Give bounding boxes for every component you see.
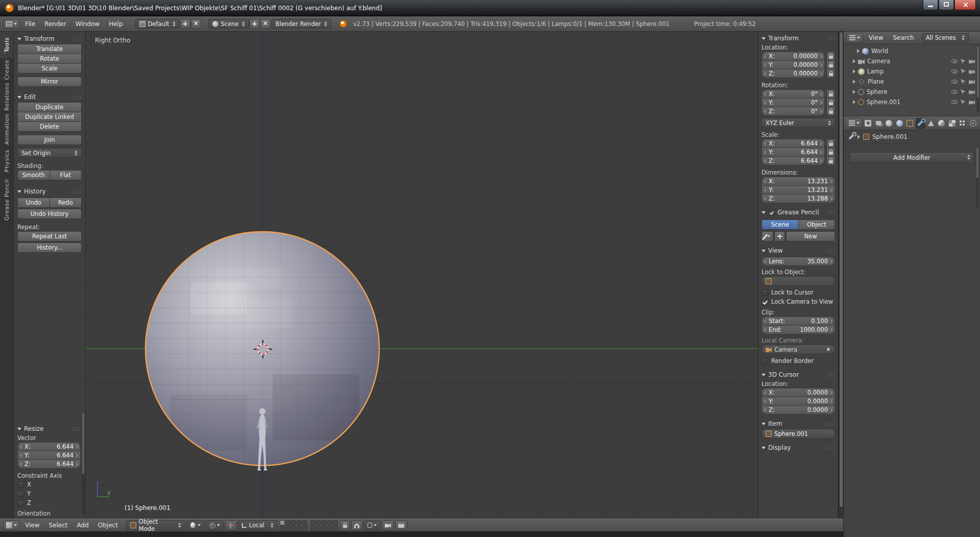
layer-cell[interactable] bbox=[327, 520, 332, 525]
layer-cell[interactable] bbox=[322, 520, 327, 525]
lock-scale-x-button[interactable] bbox=[826, 139, 835, 148]
toggle-selectable-icon[interactable] bbox=[961, 59, 966, 64]
viewport-3d[interactable]: Right Ortho (1) Sphere.001 y bbox=[86, 32, 758, 519]
increment-icon[interactable] bbox=[75, 462, 78, 466]
increment-icon[interactable] bbox=[819, 92, 822, 96]
layer-cell[interactable] bbox=[291, 520, 296, 525]
shelf-tab-relations[interactable]: Relations bbox=[0, 82, 13, 112]
toggle-visibility-icon[interactable] bbox=[951, 100, 958, 104]
decrement-icon[interactable] bbox=[764, 63, 768, 67]
shade-flat-button[interactable]: Flat bbox=[50, 170, 82, 180]
panel-grip-icon[interactable] bbox=[826, 373, 835, 377]
view-panel-header[interactable]: View bbox=[762, 246, 835, 256]
expand-icon[interactable] bbox=[857, 49, 860, 53]
layer-cell[interactable] bbox=[316, 520, 321, 525]
toggle-visibility-icon[interactable] bbox=[951, 80, 958, 84]
maximize-button[interactable] bbox=[939, 0, 954, 10]
layer-cell[interactable] bbox=[280, 520, 285, 525]
decrement-icon[interactable] bbox=[764, 391, 768, 395]
expand-icon[interactable] bbox=[853, 69, 855, 74]
scrollbar-thumb[interactable] bbox=[976, 148, 978, 178]
menu-file[interactable]: File bbox=[21, 20, 39, 28]
toggle-renderable-icon[interactable] bbox=[969, 89, 975, 94]
layer-cell[interactable] bbox=[322, 526, 327, 531]
decrement-icon[interactable] bbox=[20, 462, 23, 466]
increment-icon[interactable] bbox=[829, 408, 832, 412]
layer-cell[interactable] bbox=[297, 520, 302, 525]
increment-icon[interactable] bbox=[819, 142, 822, 145]
screen-layout-select[interactable]: Default bbox=[135, 19, 180, 29]
layer-cell[interactable] bbox=[285, 520, 290, 525]
lock-location-y-button[interactable] bbox=[826, 60, 835, 69]
layer-cell[interactable] bbox=[280, 526, 285, 531]
expand-icon[interactable] bbox=[853, 80, 855, 84]
delete-screen-layout-button[interactable] bbox=[191, 19, 201, 29]
tab-object-data[interactable] bbox=[926, 118, 936, 129]
panel-grip-icon[interactable] bbox=[72, 95, 82, 100]
viewport-menu-object[interactable]: Object bbox=[94, 522, 122, 529]
increment-icon[interactable] bbox=[819, 151, 822, 154]
outliner-item-camera[interactable]: Camera bbox=[846, 56, 978, 66]
scene-lock-button[interactable] bbox=[340, 520, 350, 530]
cursor-x-field[interactable]: X:0.0000 bbox=[762, 388, 835, 397]
outliner-display-mode-select[interactable]: All Scenes bbox=[922, 33, 969, 43]
cursor-y-field[interactable]: Y:0.0000 bbox=[762, 397, 835, 406]
expand-icon[interactable] bbox=[853, 59, 855, 63]
increment-icon[interactable] bbox=[819, 159, 822, 163]
redo-button[interactable]: Redo bbox=[50, 198, 82, 208]
tab-scene[interactable] bbox=[884, 118, 894, 129]
toggle-renderable-icon[interactable] bbox=[969, 79, 975, 84]
increment-icon[interactable] bbox=[829, 188, 832, 192]
duplicate-linked-button[interactable]: Duplicate Linked bbox=[17, 112, 82, 122]
decrement-icon[interactable] bbox=[764, 408, 768, 412]
rotation-y-field[interactable]: Y:0° bbox=[762, 98, 825, 107]
duplicate-button[interactable]: Duplicate bbox=[17, 102, 82, 112]
rotate-button[interactable]: Rotate bbox=[17, 54, 82, 64]
tab-render-layers[interactable] bbox=[874, 118, 884, 129]
decrement-icon[interactable] bbox=[764, 197, 768, 201]
panel-grip-icon[interactable] bbox=[72, 189, 82, 194]
transform-properties-header[interactable]: Transform bbox=[762, 33, 835, 43]
panel-grip-icon[interactable] bbox=[72, 37, 82, 41]
dimensions-y-field[interactable]: Y:13.231 bbox=[762, 185, 835, 194]
dimensions-x-field[interactable]: X:13.231 bbox=[762, 177, 835, 186]
outliner-item-sphere-001[interactable]: Sphere.001 bbox=[846, 97, 978, 107]
properties-editor-type-button[interactable] bbox=[846, 118, 863, 128]
layer-cell[interactable] bbox=[327, 526, 332, 531]
tab-world[interactable] bbox=[895, 118, 905, 129]
layer-cell[interactable] bbox=[333, 526, 338, 531]
increment-icon[interactable] bbox=[75, 454, 78, 457]
minimize-button[interactable] bbox=[923, 0, 938, 10]
viewport-shading-select[interactable] bbox=[186, 520, 205, 530]
panel-grip-icon[interactable] bbox=[826, 249, 835, 253]
add-screen-layout-button[interactable] bbox=[180, 19, 190, 29]
render-border-checkbox[interactable] bbox=[762, 358, 768, 364]
gp-add-layer-button[interactable] bbox=[774, 231, 785, 241]
layer-cell[interactable] bbox=[302, 526, 307, 531]
lock-rotation-y-button[interactable] bbox=[826, 98, 835, 107]
lens-field[interactable]: Lens:35.000 bbox=[762, 257, 835, 266]
increment-icon[interactable] bbox=[829, 391, 832, 395]
tab-material[interactable] bbox=[937, 118, 947, 129]
tab-particles[interactable] bbox=[958, 118, 968, 129]
repeat-last-button[interactable]: Repeat Last bbox=[17, 231, 82, 241]
decrement-icon[interactable] bbox=[764, 55, 768, 58]
increment-icon[interactable] bbox=[829, 180, 832, 183]
manipulator-toggle-button[interactable] bbox=[225, 520, 237, 530]
pivot-point-select[interactable] bbox=[206, 520, 224, 530]
tab-texture[interactable] bbox=[947, 118, 957, 129]
toggle-renderable-icon[interactable] bbox=[969, 59, 975, 64]
lock-camera-to-view-checkbox[interactable] bbox=[762, 299, 768, 305]
lock-scale-z-button[interactable] bbox=[826, 156, 835, 165]
lock-rotation-x-button[interactable] bbox=[826, 89, 835, 99]
layer-cell[interactable] bbox=[333, 520, 338, 525]
outliner-editor-type-button[interactable] bbox=[846, 33, 863, 43]
viewport-menu-select[interactable]: Select bbox=[44, 522, 71, 529]
outliner-item-plane[interactable]: Plane bbox=[846, 77, 978, 87]
toggle-selectable-icon[interactable] bbox=[961, 79, 966, 84]
increment-icon[interactable] bbox=[829, 328, 832, 332]
local-camera-field[interactable]: Camera bbox=[762, 345, 835, 354]
menu-render[interactable]: Render bbox=[40, 20, 70, 28]
item-panel-header[interactable]: Item bbox=[762, 419, 835, 429]
gp-draw-select[interactable] bbox=[762, 231, 773, 241]
